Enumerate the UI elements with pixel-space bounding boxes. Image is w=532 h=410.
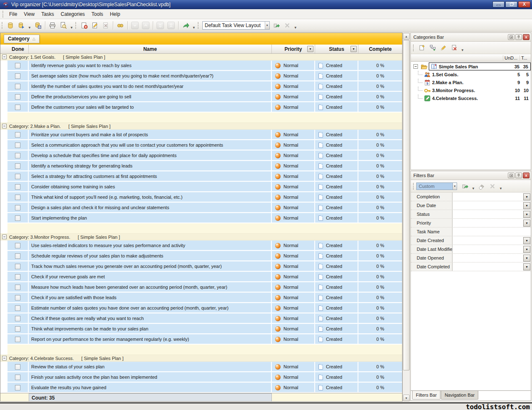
task-priority-cell[interactable]: Normal	[272, 182, 315, 192]
task-status-cell[interactable]: Created	[315, 150, 358, 161]
filters-restore-icon[interactable]	[508, 172, 515, 178]
task-checkbox[interactable]	[15, 375, 20, 380]
print-button[interactable]	[47, 20, 57, 30]
filter-value-field[interactable]: ▼	[452, 245, 531, 253]
task-checkbox[interactable]	[15, 84, 20, 89]
task-name-cell[interactable]: Define the products/services you are goi…	[29, 92, 272, 102]
task-status-cell[interactable]: Created	[315, 362, 358, 372]
collapse-group-icon[interactable]	[2, 356, 7, 360]
task-status-cell[interactable]: Created	[315, 261, 358, 272]
menu-help[interactable]: Help	[107, 10, 124, 18]
task-complete-cell[interactable]: 0 %	[358, 202, 402, 213]
task-status-cell[interactable]: Created	[315, 213, 358, 223]
task-status-cell[interactable]: Created	[315, 313, 358, 324]
task-priority-cell[interactable]: Normal	[272, 272, 315, 282]
task-status-cell[interactable]: Created	[315, 92, 358, 102]
task-done-cell[interactable]	[7, 140, 29, 150]
task-complete-cell[interactable]: 0 %	[358, 382, 402, 393]
tab-filters-bar[interactable]: Filters Bar	[412, 391, 440, 400]
category-group-row[interactable]: Category: 1.Set Goals.[ Simple Sales Pla…	[0, 54, 402, 60]
filter-value-field[interactable]	[452, 228, 531, 236]
task-done-cell[interactable]	[7, 261, 29, 272]
task-done-cell[interactable]	[7, 240, 29, 251]
task-done-cell[interactable]	[7, 150, 29, 161]
filters-close-icon[interactable]: x	[523, 172, 530, 178]
task-done-cell[interactable]	[7, 81, 29, 92]
task-name-cell[interactable]: Measure how much leads have been generat…	[29, 282, 272, 292]
task-name-cell[interactable]: Start implementing the plan	[29, 213, 272, 223]
toolbar-gripper-2[interactable]	[75, 22, 77, 29]
menu-gripper[interactable]	[2, 11, 4, 18]
task-checkbox[interactable]	[15, 264, 20, 269]
task-done-cell[interactable]	[7, 182, 29, 192]
filters-pin-icon[interactable]	[515, 172, 522, 178]
task-checkbox[interactable]	[15, 337, 20, 342]
task-name-cell[interactable]: Think what improvements can be made to y…	[29, 324, 272, 334]
filters-toolbar-gripper[interactable]	[413, 183, 414, 190]
tree-item-selection[interactable]: Simple Sales Plan3535	[429, 62, 531, 70]
tab-navigation-bar[interactable]: Navigation Bar	[441, 391, 478, 400]
task-priority-cell[interactable]: Normal	[272, 60, 315, 71]
task-complete-cell[interactable]: 0 %	[358, 292, 402, 303]
categories-restore-icon[interactable]	[508, 34, 515, 40]
task-name-cell[interactable]: Identify revenue goals you want to reach…	[29, 60, 272, 71]
task-checkbox[interactable]	[15, 73, 20, 79]
clear-filter-button[interactable]	[477, 181, 487, 191]
column-done[interactable]: Done	[7, 45, 29, 53]
task-checkbox[interactable]	[15, 295, 20, 300]
task-name-cell[interactable]: Use sales-related indicators to measure …	[29, 240, 272, 251]
task-checkbox[interactable]	[15, 305, 20, 311]
new-category-button[interactable]	[417, 43, 427, 53]
task-status-cell[interactable]: Created	[315, 161, 358, 171]
task-status-cell[interactable]: Created	[315, 81, 358, 92]
task-status-cell[interactable]: Created	[315, 102, 358, 112]
task-priority-cell[interactable]: Normal	[272, 150, 315, 161]
task-priority-cell[interactable]: Normal	[272, 251, 315, 261]
task-complete-cell[interactable]: 0 %	[358, 313, 402, 324]
task-status-cell[interactable]: Created	[315, 140, 358, 150]
task-complete-cell[interactable]: 0 %	[358, 334, 402, 345]
status-filter-button[interactable]: ▼	[351, 46, 357, 52]
column-name[interactable]: Name	[29, 45, 272, 53]
task-status-cell[interactable]: Created	[315, 130, 358, 140]
task-done-cell[interactable]	[7, 292, 29, 303]
find-button[interactable]	[115, 20, 125, 30]
task-complete-cell[interactable]: 0 %	[358, 272, 402, 282]
task-done-cell[interactable]	[7, 213, 29, 223]
task-status-cell[interactable]: Created	[315, 71, 358, 81]
main-vertical-scrollbar[interactable]: ▲ ▼	[403, 32, 410, 402]
new-database-button[interactable]	[5, 20, 15, 30]
task-complete-cell[interactable]: 0 %	[358, 140, 402, 150]
task-checkbox[interactable]	[15, 174, 20, 179]
task-name-cell[interactable]: Select a strategy for attracting custome…	[29, 171, 272, 182]
task-status-cell[interactable]: Created	[315, 182, 358, 192]
categories-pin-icon[interactable]	[515, 34, 522, 40]
minimize-button[interactable]	[492, 1, 505, 8]
task-name-cell[interactable]: Estimate number of sales quotes you have…	[29, 303, 272, 313]
task-complete-cell[interactable]: 0 %	[358, 324, 402, 334]
task-complete-cell[interactable]: 0 %	[358, 372, 402, 382]
task-checkbox[interactable]	[15, 385, 20, 390]
task-done-cell[interactable]	[7, 251, 29, 261]
task-complete-cell[interactable]: 0 %	[358, 150, 402, 161]
task-name-cell[interactable]: Consider obtaining some training in sale…	[29, 182, 272, 192]
task-priority-cell[interactable]: Normal	[272, 261, 315, 272]
filter-preset-combo[interactable]: Custom ▼	[416, 182, 457, 190]
task-priority-cell[interactable]: Normal	[272, 192, 315, 202]
print-dropdown[interactable]: ▼	[70, 26, 73, 31]
task-checkbox[interactable]	[15, 153, 20, 158]
task-priority-cell[interactable]: Normal	[272, 240, 315, 251]
task-priority-cell[interactable]: Normal	[272, 130, 315, 140]
group-by-category-tab[interactable]: Category △	[4, 35, 40, 43]
task-done-cell[interactable]	[7, 102, 29, 112]
task-priority-cell[interactable]: Normal	[272, 171, 315, 182]
task-priority-cell[interactable]: Normal	[272, 102, 315, 112]
share-dropdown[interactable]: ▼	[192, 26, 196, 31]
menu-view[interactable]: View	[20, 10, 38, 18]
task-name-cell[interactable]: Define the customers your sales will be …	[29, 102, 272, 112]
column-status[interactable]: Status▼	[315, 45, 358, 53]
filter-dropdown-button[interactable]: ▼	[523, 255, 530, 262]
task-status-cell[interactable]: Created	[315, 202, 358, 213]
task-complete-cell[interactable]: 0 %	[358, 81, 402, 92]
task-status-cell[interactable]: Created	[315, 272, 358, 282]
